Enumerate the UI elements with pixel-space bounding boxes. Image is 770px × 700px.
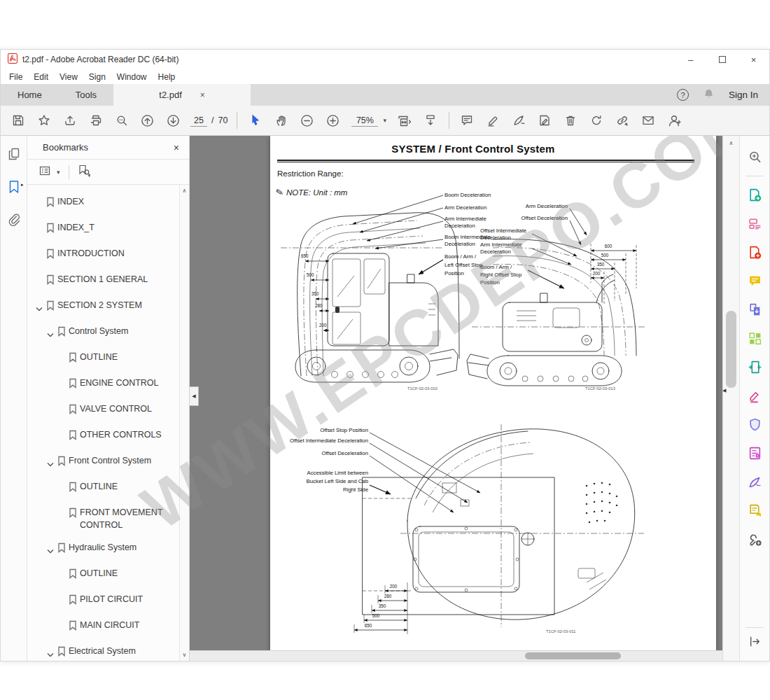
pdf-page: SYSTEM / Front Control System Restrictio… <box>270 136 716 652</box>
bookmark-item[interactable]: Hydraulic System <box>27 536 179 562</box>
search-tools-icon[interactable] <box>740 143 769 172</box>
chevron-down-icon[interactable] <box>47 645 57 661</box>
bookmarks-scrollbar[interactable]: ∧ ∨ <box>179 185 189 661</box>
maximize-button[interactable] <box>706 50 738 69</box>
bookmark-item[interactable]: OUTLINE <box>27 346 179 372</box>
select-tool-button[interactable] <box>242 108 268 133</box>
bookmark-item[interactable]: OUTLINE <box>27 475 179 501</box>
menu-item[interactable]: Window <box>111 72 153 82</box>
menu-item[interactable]: Sign <box>83 72 111 82</box>
hand-tool-button[interactable] <box>268 108 294 133</box>
delete-pages-button[interactable] <box>558 108 584 133</box>
combine-files-icon[interactable] <box>740 295 769 324</box>
menu-item[interactable]: File <box>4 72 28 82</box>
comment-tool-icon[interactable] <box>740 267 769 295</box>
page-thumbnails-icon[interactable] <box>7 147 21 164</box>
menu-item[interactable]: Help <box>153 72 181 82</box>
chevron-down-icon[interactable] <box>47 454 57 470</box>
tab-tools[interactable]: Tools <box>59 84 113 106</box>
chevron-down-icon[interactable] <box>36 299 46 315</box>
close-tab-icon[interactable]: × <box>200 90 205 100</box>
bookmark-item[interactable]: SECTION 2 SYSTEM <box>27 294 179 320</box>
highlight-tool-button[interactable] <box>480 108 506 133</box>
organize-pages-icon[interactable] <box>740 324 769 353</box>
bookmark-options-caret-icon[interactable]: ▾ <box>57 169 60 176</box>
vertical-scrollbar-thumb[interactable] <box>726 311 736 388</box>
minimize-button[interactable]: – <box>675 50 706 69</box>
horizontal-scrollbar[interactable] <box>190 650 722 661</box>
page-scrolling-button[interactable] <box>418 108 444 133</box>
title-rule <box>277 160 694 162</box>
scroll-down-icon[interactable]: ∨ <box>183 652 187 658</box>
compress-pdf-icon[interactable] <box>740 353 769 382</box>
bookmark-item[interactable]: SECTION 1 GENERAL <box>27 268 179 294</box>
bookmarks-panel-icon[interactable] <box>8 180 20 197</box>
zoom-dropdown-caret-icon[interactable]: ▾ <box>383 117 386 124</box>
protect-pdf-icon[interactable] <box>740 410 769 439</box>
bookmark-label: FRONT MOVEMENT CONTROL <box>80 506 176 531</box>
bookmark-item[interactable]: VALVE CONTROL <box>27 398 179 424</box>
close-button[interactable]: × <box>738 50 769 69</box>
edit-pdf-icon[interactable] <box>740 209 769 238</box>
chevron-down-icon[interactable] <box>47 325 57 341</box>
bookmark-item[interactable]: Control System <box>27 320 179 346</box>
menu-item[interactable]: View <box>54 72 83 82</box>
document-area[interactable]: ◀ SYSTEM / Front Control System Restrict… <box>190 136 722 661</box>
create-link-button[interactable] <box>610 108 636 133</box>
notifications-bell-icon[interactable] <box>703 88 715 102</box>
bookmark-item[interactable]: OTHER CONTROLS <box>27 424 179 449</box>
sign-document-button[interactable] <box>532 108 558 133</box>
sign-in-button[interactable]: Sign In <box>729 90 758 100</box>
share-button[interactable] <box>57 108 83 133</box>
scroll-up-icon[interactable]: ∧ <box>183 188 187 194</box>
zoom-level-input[interactable]: 75% <box>351 115 378 127</box>
zoom-out-button[interactable] <box>294 108 320 133</box>
export-pdf-icon[interactable] <box>740 181 769 209</box>
previous-page-button[interactable] <box>134 108 160 133</box>
bookmark-item[interactable]: MAIN CIRCUIT <box>27 614 179 640</box>
more-tools-icon[interactable] <box>740 525 769 554</box>
expand-tools-handle[interactable]: ◀ <box>722 388 726 393</box>
find-current-bookmark-icon[interactable] <box>78 164 91 180</box>
rotate-pages-button[interactable] <box>584 108 610 133</box>
request-signatures-icon[interactable] <box>740 496 769 525</box>
search-button[interactable] <box>108 108 134 133</box>
collapse-panel-handle[interactable]: ◀ <box>190 386 199 406</box>
vertical-scrollbar[interactable]: ∧ ◀ <box>722 136 739 661</box>
attachments-icon[interactable] <box>7 213 21 230</box>
star-favorite-button[interactable] <box>31 108 57 133</box>
help-icon[interactable]: ? <box>677 89 689 101</box>
menu-item[interactable]: Edit <box>28 72 54 82</box>
print-button[interactable] <box>83 108 108 133</box>
close-bookmarks-icon[interactable]: × <box>174 142 179 153</box>
tab-home[interactable]: Home <box>1 84 59 106</box>
comment-tool-button[interactable] <box>454 108 480 133</box>
open-tools-pane-icon[interactable] <box>740 632 769 661</box>
bookmark-item[interactable]: Electrical System <box>27 640 179 661</box>
redact-icon[interactable] <box>740 382 769 410</box>
next-page-button[interactable] <box>160 108 186 133</box>
fill-and-sign-icon[interactable] <box>740 468 769 496</box>
scroll-up-icon[interactable]: ∧ <box>723 140 739 146</box>
page-number-input[interactable]: 25 <box>190 115 207 127</box>
fill-sign-tool-button[interactable] <box>506 108 532 133</box>
send-email-button[interactable] <box>636 108 662 133</box>
prepare-form-icon[interactable] <box>740 439 769 468</box>
bookmark-item[interactable]: PILOT CIRCUIT <box>27 588 179 614</box>
bookmark-item[interactable]: ENGINE CONTROL <box>27 372 179 398</box>
bookmark-item[interactable]: Front Control System <box>27 449 179 475</box>
zoom-in-button[interactable] <box>320 108 346 133</box>
bookmark-item[interactable]: INTRODUCTION <box>27 242 179 268</box>
add-account-button[interactable] <box>662 108 687 133</box>
bookmark-item[interactable]: FRONT MOVEMENT CONTROL <box>27 501 179 536</box>
bookmark-item[interactable]: INDEX <box>27 190 179 216</box>
tab-document[interactable]: t2.pdf × <box>113 84 251 106</box>
fit-width-button[interactable] <box>392 108 418 133</box>
create-pdf-icon[interactable] <box>740 238 769 267</box>
chevron-down-icon[interactable] <box>47 541 57 557</box>
save-button[interactable] <box>5 108 31 133</box>
bookmark-item[interactable]: OUTLINE <box>27 562 179 588</box>
horizontal-scrollbar-thumb[interactable] <box>525 652 621 659</box>
bookmark-options-icon[interactable] <box>38 164 51 180</box>
bookmark-item[interactable]: INDEX_T <box>27 216 179 242</box>
